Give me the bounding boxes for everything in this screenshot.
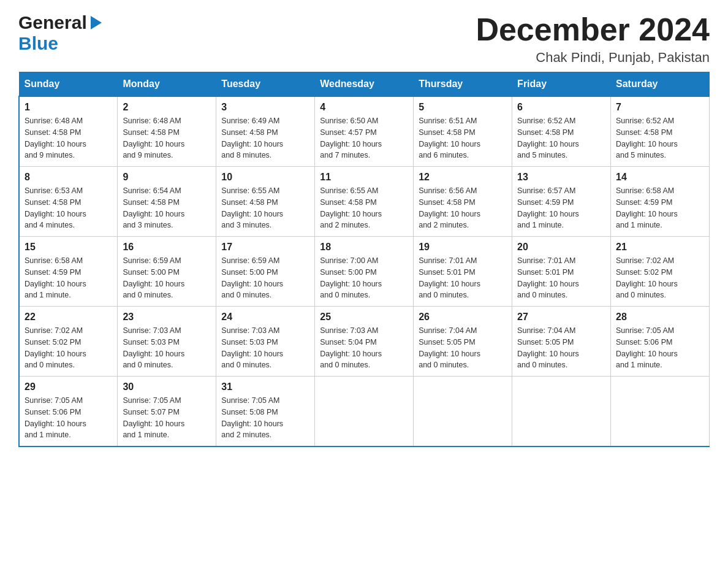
day-number: 8 [25,172,112,183]
day-info: Sunrise: 7:04 AM Sunset: 5:05 PM Dayligh… [419,326,480,369]
month-title: December 2024 [476,12,710,47]
calendar-cell: 28 Sunrise: 7:05 AM Sunset: 5:06 PM Dayl… [611,307,710,377]
col-tuesday: Tuesday [216,72,315,97]
day-info: Sunrise: 6:55 AM Sunset: 4:58 PM Dayligh… [320,186,382,229]
day-info: Sunrise: 7:03 AM Sunset: 5:03 PM Dayligh… [221,326,283,369]
day-info: Sunrise: 7:05 AM Sunset: 5:06 PM Dayligh… [25,396,86,439]
logo-arrow-icon [88,15,103,31]
calendar-cell: 11 Sunrise: 6:55 AM Sunset: 4:58 PM Dayl… [315,167,414,237]
day-number: 17 [221,242,309,253]
day-info: Sunrise: 6:51 AM Sunset: 4:58 PM Dayligh… [419,117,480,159]
calendar-cell: 18 Sunrise: 7:00 AM Sunset: 5:00 PM Dayl… [315,237,414,307]
day-info: Sunrise: 7:03 AM Sunset: 5:04 PM Dayligh… [320,326,382,369]
day-number: 1 [25,102,112,113]
calendar-cell: 13 Sunrise: 6:57 AM Sunset: 4:59 PM Dayl… [512,167,611,237]
calendar-cell: 12 Sunrise: 6:56 AM Sunset: 4:58 PM Dayl… [414,167,512,237]
calendar-cell [315,377,414,447]
day-info: Sunrise: 6:58 AM Sunset: 4:59 PM Dayligh… [616,186,678,229]
calendar-week-3: 15 Sunrise: 6:58 AM Sunset: 4:59 PM Dayl… [19,237,710,307]
col-saturday: Saturday [611,72,710,97]
calendar-cell: 1 Sunrise: 6:48 AM Sunset: 4:58 PM Dayli… [19,96,118,167]
calendar-header-row: Sunday Monday Tuesday Wednesday Thursday… [19,72,710,97]
logo-blue-text: Blue [18,33,58,53]
day-number: 7 [616,102,704,113]
day-number: 20 [517,242,605,253]
day-info: Sunrise: 7:04 AM Sunset: 5:05 PM Dayligh… [517,326,579,369]
day-number: 16 [123,242,211,253]
calendar-cell: 8 Sunrise: 6:53 AM Sunset: 4:58 PM Dayli… [19,167,118,237]
calendar-cell: 17 Sunrise: 6:59 AM Sunset: 5:00 PM Dayl… [216,237,315,307]
calendar-cell: 7 Sunrise: 6:52 AM Sunset: 4:58 PM Dayli… [611,96,710,167]
day-number: 25 [320,312,408,323]
day-number: 4 [320,102,408,113]
day-number: 21 [616,242,704,253]
svg-marker-0 [91,16,102,29]
col-monday: Monday [118,72,216,97]
day-info: Sunrise: 7:03 AM Sunset: 5:03 PM Dayligh… [123,326,184,369]
title-section: December 2024 Chak Pindi, Punjab, Pakist… [476,12,710,66]
day-number: 13 [517,172,605,183]
calendar-cell: 27 Sunrise: 7:04 AM Sunset: 5:05 PM Dayl… [512,307,611,377]
calendar-cell: 6 Sunrise: 6:52 AM Sunset: 4:58 PM Dayli… [512,96,611,167]
calendar-week-2: 8 Sunrise: 6:53 AM Sunset: 4:58 PM Dayli… [19,167,710,237]
day-number: 24 [221,312,309,323]
calendar-cell: 29 Sunrise: 7:05 AM Sunset: 5:06 PM Dayl… [19,377,118,447]
day-number: 11 [320,172,408,183]
calendar-cell: 25 Sunrise: 7:03 AM Sunset: 5:04 PM Dayl… [315,307,414,377]
calendar-cell: 9 Sunrise: 6:54 AM Sunset: 4:58 PM Dayli… [118,167,216,237]
logo: General Blue [18,12,103,54]
calendar-week-1: 1 Sunrise: 6:48 AM Sunset: 4:58 PM Dayli… [19,96,710,167]
page-header: General Blue December 2024 Chak Pindi, P… [18,12,710,66]
col-wednesday: Wednesday [315,72,414,97]
day-info: Sunrise: 6:53 AM Sunset: 4:58 PM Dayligh… [25,186,86,229]
day-info: Sunrise: 7:01 AM Sunset: 5:01 PM Dayligh… [517,256,579,299]
day-number: 5 [419,102,507,113]
day-info: Sunrise: 6:50 AM Sunset: 4:57 PM Dayligh… [320,117,382,159]
day-number: 10 [221,172,309,183]
calendar-cell: 20 Sunrise: 7:01 AM Sunset: 5:01 PM Dayl… [512,237,611,307]
calendar-cell: 4 Sunrise: 6:50 AM Sunset: 4:57 PM Dayli… [315,96,414,167]
day-info: Sunrise: 6:52 AM Sunset: 4:58 PM Dayligh… [616,117,678,159]
day-info: Sunrise: 7:05 AM Sunset: 5:06 PM Dayligh… [616,326,678,369]
calendar-table: Sunday Monday Tuesday Wednesday Thursday… [18,72,710,447]
calendar-cell [414,377,512,447]
day-number: 2 [123,102,211,113]
day-number: 14 [616,172,704,183]
calendar-cell: 14 Sunrise: 6:58 AM Sunset: 4:59 PM Dayl… [611,167,710,237]
logo-general-text: General [18,12,87,33]
day-number: 19 [419,242,507,253]
calendar-cell: 22 Sunrise: 7:02 AM Sunset: 5:02 PM Dayl… [19,307,118,377]
col-sunday: Sunday [19,72,118,97]
calendar-cell: 5 Sunrise: 6:51 AM Sunset: 4:58 PM Dayli… [414,96,512,167]
day-number: 28 [616,312,704,323]
calendar-cell [512,377,611,447]
day-number: 30 [123,381,211,393]
day-number: 9 [123,172,211,183]
calendar-cell: 2 Sunrise: 6:48 AM Sunset: 4:58 PM Dayli… [118,96,216,167]
calendar-cell: 19 Sunrise: 7:01 AM Sunset: 5:01 PM Dayl… [414,237,512,307]
day-info: Sunrise: 6:59 AM Sunset: 5:00 PM Dayligh… [221,256,283,299]
day-info: Sunrise: 6:55 AM Sunset: 4:58 PM Dayligh… [221,186,283,229]
calendar-cell: 23 Sunrise: 7:03 AM Sunset: 5:03 PM Dayl… [118,307,216,377]
day-info: Sunrise: 6:54 AM Sunset: 4:58 PM Dayligh… [123,186,184,229]
day-info: Sunrise: 6:48 AM Sunset: 4:58 PM Dayligh… [123,117,184,159]
calendar-cell [611,377,710,447]
day-number: 3 [221,102,309,113]
day-info: Sunrise: 6:59 AM Sunset: 5:00 PM Dayligh… [123,256,184,299]
day-info: Sunrise: 7:05 AM Sunset: 5:08 PM Dayligh… [221,396,283,439]
location-title: Chak Pindi, Punjab, Pakistan [476,50,710,66]
calendar-cell: 16 Sunrise: 6:59 AM Sunset: 5:00 PM Dayl… [118,237,216,307]
calendar-cell: 24 Sunrise: 7:03 AM Sunset: 5:03 PM Dayl… [216,307,315,377]
day-info: Sunrise: 6:52 AM Sunset: 4:58 PM Dayligh… [517,117,579,159]
day-info: Sunrise: 6:57 AM Sunset: 4:59 PM Dayligh… [517,186,579,229]
calendar-cell: 10 Sunrise: 6:55 AM Sunset: 4:58 PM Dayl… [216,167,315,237]
day-info: Sunrise: 6:48 AM Sunset: 4:58 PM Dayligh… [25,117,86,159]
day-number: 27 [517,312,605,323]
day-number: 6 [517,102,605,113]
calendar-cell: 3 Sunrise: 6:49 AM Sunset: 4:58 PM Dayli… [216,96,315,167]
col-friday: Friday [512,72,611,97]
calendar-cell: 21 Sunrise: 7:02 AM Sunset: 5:02 PM Dayl… [611,237,710,307]
calendar-cell: 30 Sunrise: 7:05 AM Sunset: 5:07 PM Dayl… [118,377,216,447]
day-number: 12 [419,172,507,183]
day-number: 15 [25,242,112,253]
